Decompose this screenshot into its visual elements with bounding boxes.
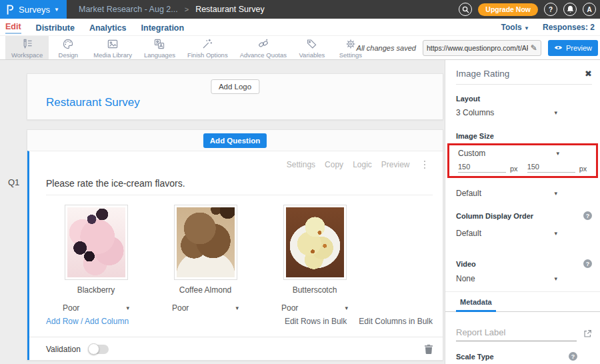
tools-menu[interactable]: Tools ▼ xyxy=(501,23,529,32)
question-text[interactable]: Please rate the ice-cream flavors. xyxy=(46,178,433,189)
eye-icon xyxy=(554,45,563,51)
account-avatar[interactable]: A xyxy=(583,3,596,16)
add-logo-button[interactable]: Add Logo xyxy=(211,79,259,94)
breadcrumb-folder[interactable]: Market Research - Aug 2... xyxy=(79,5,178,14)
expand-report-label-button[interactable] xyxy=(583,329,592,338)
row-column-actions: Add Row / Add Column Edit Rows in Bulk E… xyxy=(46,317,433,326)
image-size-select[interactable]: Custom ▾ xyxy=(458,149,559,158)
toolbar-item-finish-options[interactable]: Finish Options xyxy=(181,36,234,59)
image-size-inputs: px px xyxy=(458,163,590,173)
delete-question-button[interactable] xyxy=(425,345,433,354)
tab-distribute[interactable]: Distribute xyxy=(36,22,75,33)
option-image-blackberry[interactable] xyxy=(65,205,128,280)
rating-value: Poor xyxy=(172,303,189,313)
video-value: None xyxy=(456,274,475,283)
question-more-menu-icon[interactable] xyxy=(422,160,428,170)
topbar: Surveys ▼ Market Research - Aug 2... > R… xyxy=(0,0,600,19)
blackberry-ice-cream-image xyxy=(67,207,125,277)
product-menu-label: Surveys xyxy=(19,5,50,15)
responses-count[interactable]: Responses: 2 xyxy=(543,23,595,32)
advance-quotas-icon xyxy=(257,38,269,50)
toolbar-item-advance-quotas[interactable]: Advance Quotas xyxy=(234,36,293,59)
image-height-input[interactable] xyxy=(527,163,575,173)
image-height-group: px xyxy=(527,163,587,173)
image-size-value: Custom xyxy=(458,149,485,158)
video-text: Video xyxy=(456,260,476,268)
toolbar-item-design[interactable]: Design xyxy=(49,36,87,59)
toolbar-item-workspace[interactable]: Workspace xyxy=(5,36,49,59)
report-label-row xyxy=(456,326,592,341)
report-label-input[interactable] xyxy=(456,326,577,341)
question-divider xyxy=(46,195,433,195)
panel-divider xyxy=(445,291,600,292)
languages-icon xyxy=(153,38,165,50)
butterscotch-ice-cream-image xyxy=(286,207,344,277)
search-icon xyxy=(462,6,469,13)
rating-dropdown[interactable]: Poor ▾ xyxy=(281,303,348,313)
help-button[interactable]: ? xyxy=(544,3,557,16)
option-label[interactable]: Coffee Almond xyxy=(179,285,232,295)
survey-title[interactable]: Restaurant Survey xyxy=(46,96,140,109)
column-display-order-text: Column Display Order xyxy=(456,212,533,220)
survey-url-input[interactable] xyxy=(427,44,528,52)
editor-toolbar: Workspace Design Media Library Languages xyxy=(0,36,600,60)
option-label[interactable]: Butterscotch xyxy=(293,285,337,295)
rating-dropdown[interactable]: Poor ▾ xyxy=(172,303,239,313)
image-width-input[interactable] xyxy=(458,163,506,173)
media-library-icon xyxy=(107,38,119,50)
add-row-add-column-link[interactable]: Add Row / Add Column xyxy=(46,317,129,326)
surveys-product-menu[interactable]: Surveys ▼ xyxy=(0,0,67,19)
image-rating-grid: Blackberry Poor ▾ Coffee Almond Poor xyxy=(41,205,433,313)
chevron-down-icon: ▾ xyxy=(556,150,559,157)
close-icon[interactable]: ✖ xyxy=(585,69,592,78)
upgrade-now-button[interactable]: Upgrade Now xyxy=(478,3,538,16)
search-button[interactable] xyxy=(459,3,472,16)
edit-url-icon[interactable]: ✎ xyxy=(531,43,537,53)
question-settings-link[interactable]: Settings xyxy=(287,160,315,169)
edit-columns-in-bulk-link[interactable]: Edit Columns in Bulk xyxy=(359,317,433,326)
breadcrumb: Market Research - Aug 2... > Restaurant … xyxy=(79,5,265,14)
layout-select[interactable]: 3 Columns ▾ xyxy=(456,108,557,117)
question-logic-link[interactable]: Logic xyxy=(353,160,372,169)
validation-toggle[interactable] xyxy=(89,345,109,354)
column-display-order-select[interactable]: Default ▾ xyxy=(456,229,557,238)
toolbar-item-variables[interactable]: Variables xyxy=(293,36,331,59)
add-question-button[interactable]: Add Question xyxy=(203,133,267,148)
option-label[interactable]: Blackberry xyxy=(77,285,115,295)
help-icon[interactable]: ? xyxy=(583,259,592,268)
toolbar-item-media-library[interactable]: Media Library xyxy=(87,36,138,59)
rating-dropdown[interactable]: Poor ▾ xyxy=(63,303,129,313)
chevron-down-icon: ▼ xyxy=(54,7,59,13)
chevron-down-icon: ▾ xyxy=(235,305,239,311)
chevron-down-icon: ▾ xyxy=(345,305,348,311)
survey-nav: Edit Distribute Analytics Integration To… xyxy=(0,19,600,36)
tab-integration[interactable]: Integration xyxy=(141,22,185,33)
panel-header: Image Rating ✖ xyxy=(456,69,592,79)
chevron-down-icon: ▾ xyxy=(554,190,557,197)
tab-edit[interactable]: Edit xyxy=(5,21,21,34)
help-icon[interactable]: ? xyxy=(583,211,592,220)
tab-analytics[interactable]: Analytics xyxy=(89,22,127,33)
question-copy-link[interactable]: Copy xyxy=(325,160,343,169)
image-align-select[interactable]: Default ▾ xyxy=(456,189,557,198)
video-select[interactable]: None ▾ xyxy=(456,274,557,283)
scale-type-label: Scale Type ? xyxy=(456,352,592,361)
breadcrumb-survey-name: Restaurant Survey xyxy=(195,5,265,14)
video-label: Video ? xyxy=(456,259,592,268)
toolbar-item-languages[interactable]: Languages xyxy=(138,36,181,59)
notifications-button[interactable] xyxy=(563,3,577,16)
edit-rows-in-bulk-link[interactable]: Edit Rows in Bulk xyxy=(285,317,347,326)
bulk-edit-links: Edit Rows in Bulk Edit Columns in Bulk xyxy=(285,317,433,326)
image-size-highlight-box: Custom ▾ px px xyxy=(447,143,598,178)
preview-button[interactable]: Preview xyxy=(548,40,598,56)
tab-metadata[interactable]: Metadata xyxy=(456,298,496,312)
question-preview-link[interactable]: Preview xyxy=(381,160,410,169)
variables-icon xyxy=(306,38,318,50)
chevron-down-icon: ▾ xyxy=(126,305,129,311)
settings-icon xyxy=(345,38,357,50)
column-display-order-value: Default xyxy=(456,229,481,238)
option-image-coffee-almond[interactable] xyxy=(174,205,237,280)
help-icon[interactable]: ? xyxy=(569,352,577,361)
option-image-butterscotch[interactable] xyxy=(283,205,347,280)
chevron-down-icon: ▾ xyxy=(554,109,557,116)
